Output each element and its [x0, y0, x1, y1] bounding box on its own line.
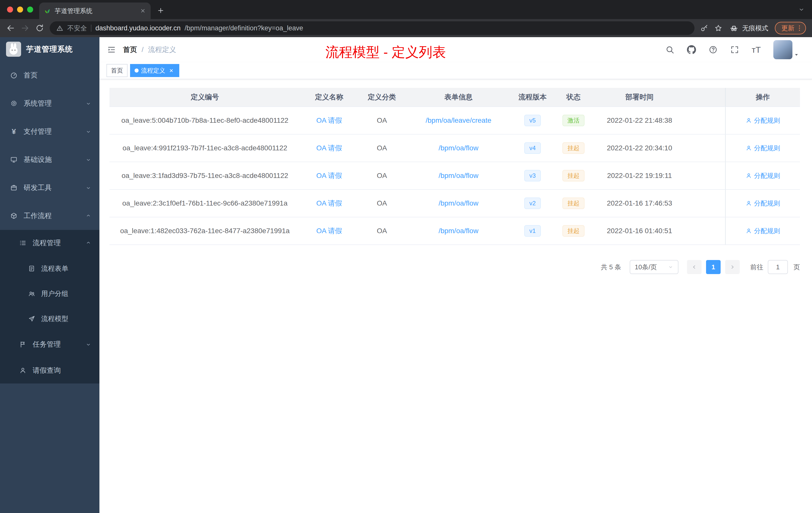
github-icon[interactable] — [687, 45, 696, 54]
definition-name-link[interactable]: OA 请假 — [316, 199, 342, 208]
sidebar-item-payment-management[interactable]: ¥支付管理 — [0, 117, 99, 146]
fullscreen-icon[interactable] — [730, 45, 739, 54]
sidebar-menu: 首页系统管理¥支付管理基础设施研发工具工作流程流程管理流程表单用户分组流程模型任… — [0, 61, 99, 384]
definition-name-link[interactable]: OA 请假 — [316, 226, 342, 236]
new-tab-button[interactable] — [157, 6, 165, 14]
url-bar[interactable]: 不安全 dashboard.yudao.iocoder.cn/bpm/manag… — [50, 21, 695, 35]
update-button[interactable]: 更新 — [775, 22, 806, 34]
incognito-label: 无痕模式 — [742, 24, 768, 33]
sidebar-item-home[interactable]: 首页 — [0, 61, 99, 89]
sidebar-item-dev-tools[interactable]: 研发工具 — [0, 174, 99, 202]
caret-down-icon — [793, 52, 800, 58]
form-info-link[interactable]: /bpm/oa/flow — [439, 227, 478, 235]
row-spacer — [686, 162, 725, 189]
logo-title: 芋道管理系统 — [26, 44, 73, 55]
assign-rule-link[interactable]: 分配规则 — [746, 144, 780, 153]
browser-address-bar: 不安全 dashboard.yudao.iocoder.cn/bpm/manag… — [0, 19, 812, 37]
sidebar-item-process-management[interactable]: 流程管理 — [0, 230, 99, 256]
tag-流程定义[interactable]: 流程定义× — [130, 64, 179, 77]
definition-name-link[interactable]: OA 请假 — [316, 116, 342, 125]
goto-page-input[interactable]: 1 — [768, 260, 788, 274]
definition-id: oa_leave:3:1fad3d93-7b75-11ec-a3c8-acde4… — [110, 162, 300, 189]
help-icon[interactable] — [708, 45, 718, 54]
font-size-icon[interactable]: тT — [752, 46, 761, 54]
assign-rule-link[interactable]: 分配规则 — [746, 199, 780, 208]
prev-page-button[interactable] — [687, 260, 701, 274]
sidebar-item-task-management[interactable]: 任务管理 — [0, 331, 99, 357]
user-menu[interactable] — [773, 40, 800, 59]
reload-icon[interactable] — [35, 24, 44, 33]
status-cell: 挂起 — [554, 134, 593, 162]
definition-category: OA — [358, 190, 406, 217]
pagination: 共 5 条 10条/页 1 前往 1 页 — [110, 260, 800, 274]
assign-rule-link[interactable]: 分配规则 — [746, 172, 780, 180]
person-icon — [746, 200, 752, 207]
version-cell: v1 — [511, 217, 554, 244]
deploy-time: 2022-01-16 17:46:53 — [593, 190, 686, 217]
breadcrumb-item[interactable]: 首页 — [123, 45, 137, 55]
not-secure-warning-icon — [56, 25, 63, 32]
password-key-icon[interactable] — [700, 24, 708, 32]
list-icon — [19, 239, 27, 247]
page-size-select[interactable]: 10条/页 — [630, 260, 678, 274]
column-header-name: 定义名称 — [300, 88, 358, 107]
sidebar-item-infrastructure[interactable]: 基础设施 — [0, 146, 99, 174]
person-icon — [746, 145, 752, 151]
form-info-link[interactable]: /bpm/oa/leave/create — [426, 117, 491, 124]
back-icon[interactable] — [6, 24, 15, 33]
tag-首页[interactable]: 首页 — [107, 64, 127, 77]
next-page-button[interactable] — [725, 260, 740, 274]
search-icon[interactable] — [665, 45, 674, 54]
form-info-link[interactable]: /bpm/oa/flow — [439, 199, 478, 207]
window-close-button[interactable] — [7, 6, 13, 12]
people-icon — [28, 290, 35, 297]
form-info-link[interactable]: /bpm/oa/flow — [439, 144, 478, 152]
tags-bar: 首页流程定义× — [99, 62, 812, 79]
version-cell: v2 — [511, 190, 554, 217]
person-icon — [19, 367, 27, 374]
assign-rule-link[interactable]: 分配规则 — [746, 116, 780, 125]
sidebar-item-label: 请假查询 — [33, 366, 61, 375]
actions-cell: 分配规则 — [725, 107, 800, 134]
sidebar-item-system-management[interactable]: 系统管理 — [0, 89, 99, 117]
sidebar-item-process-form[interactable]: 流程表单 — [0, 256, 99, 281]
sidebar-item-label: 支付管理 — [24, 127, 52, 136]
page-1-button[interactable]: 1 — [706, 260, 721, 274]
sidebar-item-workflow[interactable]: 工作流程 — [0, 202, 99, 230]
definition-name-link[interactable]: OA 请假 — [316, 143, 342, 153]
sidebar-item-process-model[interactable]: 流程模型 — [0, 306, 99, 331]
app: 芋道管理系统 首页系统管理¥支付管理基础设施研发工具工作流程流程管理流程表单用户… — [0, 37, 812, 513]
actions-cell: 分配规则 — [725, 217, 800, 244]
sidebar-item-user-group[interactable]: 用户分组 — [0, 281, 99, 306]
monitor-icon — [10, 156, 18, 163]
update-label: 更新 — [781, 24, 794, 33]
version-tag: v4 — [524, 142, 541, 154]
sidebar-item-leave-query[interactable]: 请假查询 — [0, 357, 99, 384]
definition-name-link[interactable]: OA 请假 — [316, 171, 342, 180]
column-header-form: 表单信息 — [406, 88, 511, 107]
version-tag: v2 — [524, 198, 541, 209]
sidebar-item-label: 基础设施 — [24, 155, 52, 164]
row-spacer — [686, 107, 725, 134]
sidebar-logo[interactable]: 芋道管理系统 — [0, 37, 99, 61]
window-zoom-button[interactable] — [27, 6, 33, 12]
tab-list-chevron-icon[interactable] — [798, 6, 805, 13]
assign-rule-label: 分配规则 — [754, 144, 780, 153]
navbar-actions: тT — [665, 40, 805, 59]
window-minimize-button[interactable] — [17, 6, 23, 12]
definition-name-cell: OA 请假 — [300, 134, 358, 162]
assign-rule-link[interactable]: 分配规则 — [746, 227, 780, 235]
bookmark-star-icon[interactable] — [714, 24, 723, 32]
person-icon — [746, 117, 752, 124]
browser-menu-icon[interactable] — [795, 24, 804, 32]
tab-close-icon[interactable] — [140, 7, 146, 14]
active-dot — [135, 68, 139, 72]
tag-close-icon[interactable]: × — [168, 67, 175, 74]
browser-tab[interactable]: 芋道管理系统 — [39, 2, 151, 19]
select-chevron-icon — [668, 264, 673, 270]
hamburger-icon[interactable] — [107, 45, 116, 54]
form-info-link[interactable]: /bpm/oa/flow — [439, 172, 478, 180]
definitions-table: 定义编号定义名称定义分类表单信息流程版本状态部署时间操作 oa_leave:5:… — [110, 88, 800, 245]
forward-icon[interactable] — [21, 24, 30, 33]
top-navbar: 首页/流程定义 тT — [99, 37, 812, 62]
